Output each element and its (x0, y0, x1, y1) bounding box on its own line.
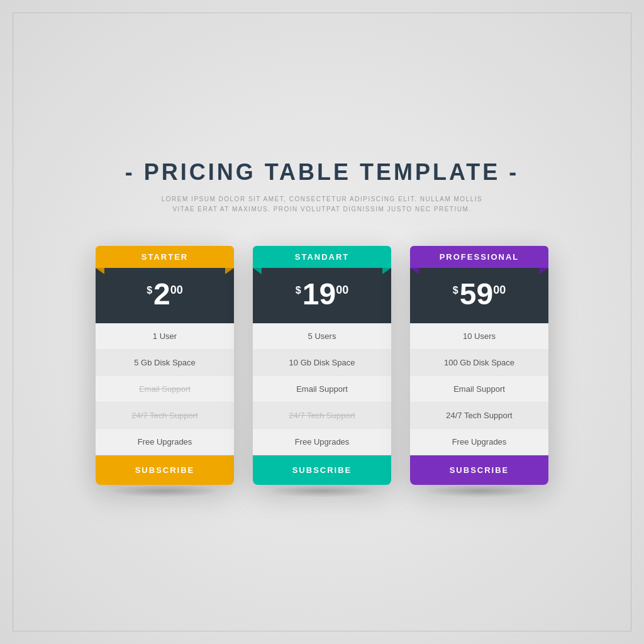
feature-row: 1 User (96, 323, 234, 350)
feature-row: Email Support (410, 376, 548, 402)
feature-row: Email Support (253, 376, 391, 402)
feature-row: 100 Gb Disk Space (410, 350, 548, 376)
main-container: - PRICING TABLE TEMPLATE - LOREM IPSUM D… (0, 134, 644, 510)
feature-row: 24/7 Tech Support (410, 402, 548, 429)
price-value: $200 (102, 279, 228, 309)
feature-row: Free Upgrades (253, 429, 391, 455)
subscribe-button-professional[interactable]: SUBSCRIBE (410, 455, 548, 485)
card-ribbon-professional: PROFESSIONAL (410, 246, 548, 268)
card-ribbon-standart: STANDART (253, 246, 391, 268)
feature-row: 5 Gb Disk Space (96, 350, 234, 376)
card-ribbon-starter: STARTER (96, 246, 234, 268)
page-title: - PRICING TABLE TEMPLATE - (125, 159, 519, 186)
feature-row: Email Support (96, 376, 234, 402)
price-symbol: $ (453, 285, 458, 296)
card-features-professional: 10 Users100 Gb Disk SpaceEmail Support24… (410, 323, 548, 455)
card-price-starter: $200 (96, 268, 234, 323)
price-symbol: $ (296, 285, 301, 296)
pricing-cards-row: STARTER$2001 User5 Gb Disk SpaceEmail Su… (96, 246, 548, 485)
pricing-card-starter: STARTER$2001 User5 Gb Disk SpaceEmail Su… (96, 246, 234, 485)
card-price-standart: $1900 (253, 268, 391, 323)
price-decimal: 00 (170, 284, 183, 296)
price-value: $5900 (416, 279, 542, 309)
price-decimal: 00 (493, 284, 506, 296)
feature-row: Free Upgrades (410, 429, 548, 455)
feature-row: 24/7 Tech Support (253, 402, 391, 429)
pricing-card-standart: STANDART$19005 Users10 Gb Disk SpaceEmai… (253, 246, 391, 485)
price-decimal: 00 (336, 284, 348, 296)
price-value: $1900 (259, 279, 385, 309)
subscribe-button-standart[interactable]: SUBSCRIBE (253, 455, 391, 485)
feature-row: 10 Users (410, 323, 548, 350)
card-features-standart: 5 Users10 Gb Disk SpaceEmail Support24/7… (253, 323, 391, 455)
subscribe-button-starter[interactable]: SUBSCRIBE (96, 455, 234, 485)
page-subtitle: LOREM IPSUM DOLOR SIT AMET, CONSECTETUR … (162, 194, 482, 214)
feature-row: 5 Users (253, 323, 391, 350)
feature-row: 24/7 Tech Support (96, 402, 234, 429)
feature-row: 10 Gb Disk Space (253, 350, 391, 376)
card-price-professional: $5900 (410, 268, 548, 323)
price-symbol: $ (147, 285, 152, 296)
feature-row: Free Upgrades (96, 429, 234, 455)
pricing-card-professional: PROFESSIONAL$590010 Users100 Gb Disk Spa… (410, 246, 548, 485)
card-features-starter: 1 User5 Gb Disk SpaceEmail Support24/7 T… (96, 323, 234, 455)
